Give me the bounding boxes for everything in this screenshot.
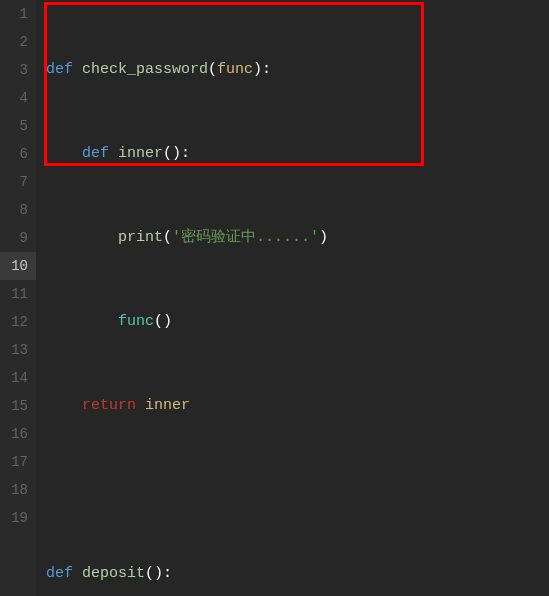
code-area[interactable]: 1 2 3 4 5 6 7 8 9 10 11 12 13 14 15 16 1… (0, 0, 549, 596)
function-name: inner (118, 145, 163, 162)
keyword-return: return (82, 397, 136, 414)
line-number-active: 10 (0, 252, 36, 280)
keyword-def: def (82, 145, 109, 162)
line-number: 18 (6, 476, 28, 504)
code-line[interactable]: return inner (46, 392, 549, 420)
line-number-gutter: 1 2 3 4 5 6 7 8 9 10 11 12 13 14 15 16 1… (0, 0, 36, 596)
identifier: inner (145, 397, 190, 414)
code-line[interactable]: def deposit(): (46, 560, 549, 588)
parameter: func (217, 61, 253, 78)
line-number: 2 (6, 28, 28, 56)
code-line[interactable] (46, 476, 549, 504)
keyword-def: def (46, 61, 73, 78)
line-number: 6 (6, 140, 28, 168)
code-content[interactable]: def check_password(func): def inner(): p… (36, 0, 549, 596)
code-line[interactable]: print('密码验证中......') (46, 224, 549, 252)
string-literal: '密码验证中......' (172, 229, 319, 246)
code-line[interactable]: def inner(): (46, 140, 549, 168)
line-number: 16 (6, 420, 28, 448)
line-number: 15 (6, 392, 28, 420)
line-number: 5 (6, 112, 28, 140)
code-line[interactable]: func() (46, 308, 549, 336)
line-number: 9 (6, 224, 28, 252)
function-name: check_password (82, 61, 208, 78)
line-number: 4 (6, 84, 28, 112)
line-number: 17 (6, 448, 28, 476)
code-editor: 1 2 3 4 5 6 7 8 9 10 11 12 13 14 15 16 1… (0, 0, 549, 596)
line-number: 1 (6, 0, 28, 28)
function-call: func (118, 313, 154, 330)
line-number: 11 (6, 280, 28, 308)
function-name: deposit (82, 565, 145, 582)
line-number: 7 (6, 168, 28, 196)
line-number: 13 (6, 336, 28, 364)
line-number: 14 (6, 364, 28, 392)
line-number: 12 (6, 308, 28, 336)
line-number: 3 (6, 56, 28, 84)
builtin-print: print (118, 229, 163, 246)
keyword-def: def (46, 565, 73, 582)
line-number: 8 (6, 196, 28, 224)
line-number: 19 (6, 504, 28, 532)
code-line[interactable]: def check_password(func): (46, 56, 549, 84)
